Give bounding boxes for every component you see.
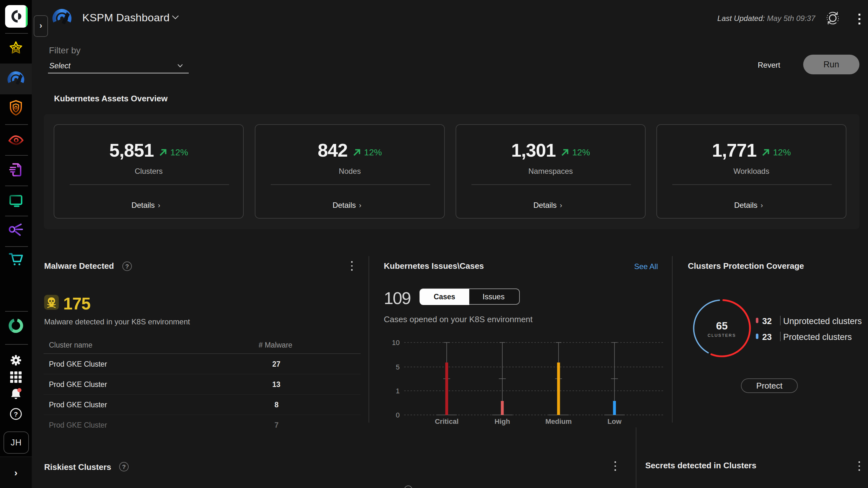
svg-text:Low: Low [608,418,622,425]
svg-text:?: ? [14,410,18,418]
svg-text:1: 1 [396,387,400,395]
svg-text:High: High [495,418,510,425]
svg-text:Medium: Medium [545,418,571,425]
svg-text:0: 0 [396,411,400,419]
svg-text:10: 10 [392,339,400,346]
svg-text:5: 5 [396,363,400,371]
svg-text:Critical: Critical [435,418,459,425]
